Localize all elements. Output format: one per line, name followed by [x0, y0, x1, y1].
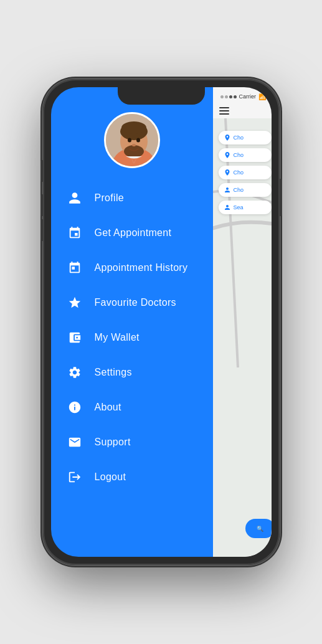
svg-point-6	[124, 145, 144, 158]
sidebar-item-profile-label: Profile	[95, 192, 124, 204]
chip-3[interactable]: Cho	[219, 166, 272, 179]
sidebar-item-appointment-history-label: Appointment History	[95, 262, 188, 273]
signal-dot-2	[225, 95, 228, 98]
avatar	[104, 112, 160, 168]
sidebar-item-get-appointment[interactable]: Get Appointment	[51, 215, 213, 250]
sidebar-item-about[interactable]: About	[51, 390, 213, 425]
chip-2[interactable]: Cho	[219, 148, 272, 162]
sidebar-item-favourite-doctors[interactable]: Favourite Doctors	[51, 285, 213, 320]
search-chips: Cho Cho Cho	[219, 131, 272, 214]
sidebar-item-support[interactable]: Support	[51, 425, 213, 460]
sidebar-item-logout-label: Logout	[95, 471, 126, 483]
menu-panel: Profile Get Appointment	[51, 87, 213, 557]
chip-5[interactable]: Sea	[219, 201, 272, 214]
phone-screen: Profile Get Appointment	[51, 87, 272, 557]
calendar-list-icon	[66, 259, 83, 277]
svg-point-7	[128, 138, 131, 143]
search-button-label: 🔍	[257, 526, 263, 532]
svg-point-9	[132, 144, 136, 146]
sidebar-item-get-appointment-label: Get Appointment	[95, 227, 172, 239]
menu-items-list: Profile Get Appointment	[51, 181, 213, 495]
status-bar: Carrier 📶	[213, 87, 272, 106]
gear-icon	[66, 364, 83, 381]
chip-2-label: Cho	[234, 152, 244, 158]
person-icon	[66, 189, 83, 207]
hamburger-menu[interactable]	[219, 107, 229, 115]
star-icon	[66, 294, 83, 311]
sidebar-item-profile[interactable]: Profile	[51, 181, 213, 215]
sidebar-item-my-wallet-label: My Wallet	[95, 332, 140, 343]
content-panel: Carrier 📶	[213, 87, 272, 557]
logout-icon	[66, 468, 83, 486]
hamburger-line-3	[219, 113, 229, 115]
chip-4[interactable]: Cho	[219, 183, 272, 197]
carrier-label: Carrier	[239, 93, 257, 100]
wallet-icon	[66, 329, 83, 346]
chip-1[interactable]: Cho	[219, 131, 272, 144]
sidebar-item-logout[interactable]: Logout	[51, 460, 213, 495]
svg-point-8	[136, 138, 140, 143]
sidebar-item-favourite-doctors-label: Favourite Doctors	[95, 297, 176, 308]
svg-point-5	[121, 121, 146, 134]
chip-5-label: Sea	[234, 204, 244, 211]
phone-notch	[118, 87, 205, 105]
envelope-icon	[66, 433, 83, 451]
avatar-container	[51, 112, 213, 168]
signal-dot-1	[220, 95, 224, 98]
calendar-icon	[66, 224, 83, 242]
sidebar-item-my-wallet[interactable]: My Wallet	[51, 320, 213, 355]
sidebar-item-about-label: About	[95, 402, 121, 413]
chip-4-label: Cho	[234, 187, 244, 193]
sidebar-item-support-label: Support	[95, 437, 131, 448]
chip-3-label: Cho	[234, 169, 244, 176]
sidebar-item-settings[interactable]: Settings	[51, 355, 213, 390]
wifi-icon: 📶	[258, 93, 266, 100]
phone-device: Profile Get Appointment	[43, 79, 280, 565]
search-button[interactable]: 🔍	[245, 519, 272, 538]
sidebar-item-settings-label: Settings	[95, 367, 132, 378]
info-icon	[66, 399, 83, 416]
hamburger-line-2	[219, 110, 229, 111]
chip-1-label: Cho	[234, 135, 244, 141]
signal-dot-4	[234, 95, 237, 98]
hamburger-line-1	[219, 107, 229, 108]
phone-wrapper: Profile Get Appointment	[0, 0, 322, 644]
signal-dot-3	[229, 95, 232, 98]
sidebar-item-appointment-history[interactable]: Appointment History	[51, 250, 213, 285]
